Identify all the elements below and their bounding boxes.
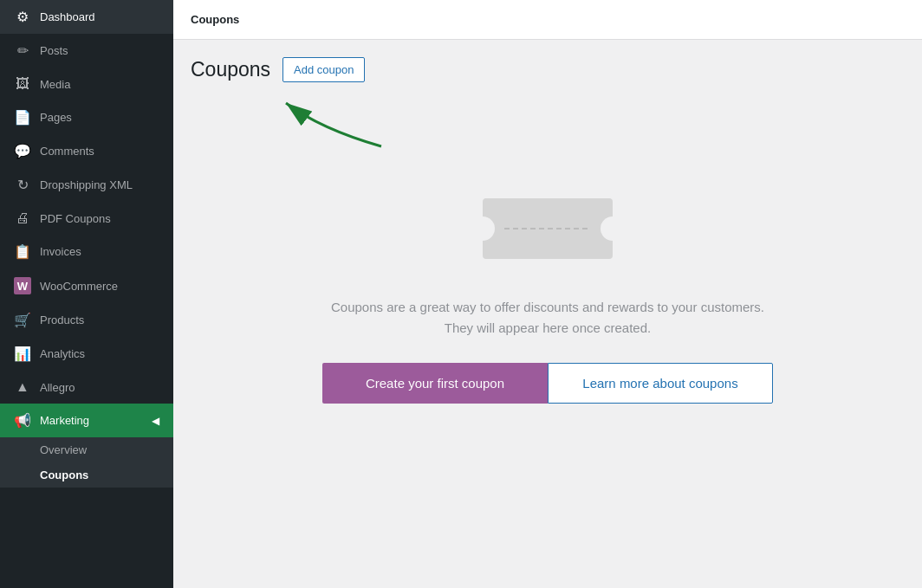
pages-icon: 📄 — [14, 109, 31, 126]
sidebar: ⚙ Dashboard ✏ Posts 🖼 Media 📄 Pages 💬 Co… — [0, 0, 173, 588]
sidebar-item-allegro[interactable]: ▲ Allegro — [0, 371, 173, 404]
sidebar-item-label: Marketing — [40, 414, 89, 427]
posts-icon: ✏ — [14, 42, 31, 59]
page-header: Coupons Add coupon — [191, 57, 905, 82]
topbar-title: Coupons — [191, 13, 239, 26]
learn-more-button[interactable]: Learn more about coupons — [548, 363, 773, 404]
sidebar-item-label: Posts — [40, 44, 68, 57]
sidebar-item-label: Products — [40, 313, 84, 326]
sidebar-item-label: Media — [40, 78, 70, 91]
topbar: Coupons — [173, 0, 922, 40]
pdf-icon: 🖨 — [14, 210, 31, 226]
create-first-coupon-button[interactable]: Create your first coupon — [322, 363, 548, 404]
sidebar-item-posts[interactable]: ✏ Posts — [0, 34, 173, 68]
sidebar-item-label: Dropshipping XML — [40, 178, 133, 191]
page-title: Coupons — [191, 58, 270, 81]
sidebar-item-label: Allegro — [40, 381, 75, 394]
sidebar-item-pages[interactable]: 📄 Pages — [0, 100, 173, 134]
dashboard-icon: ⚙ — [14, 9, 31, 25]
sidebar-item-label: Analytics — [40, 347, 85, 360]
analytics-icon: 📊 — [14, 346, 31, 362]
media-icon: 🖼 — [14, 76, 31, 92]
sidebar-item-dashboard[interactable]: ⚙ Dashboard — [0, 0, 173, 34]
sidebar-item-invoices[interactable]: 📋 Invoices — [0, 235, 173, 268]
woo-icon: W — [14, 277, 31, 294]
submenu-coupons[interactable]: Coupons — [0, 462, 173, 488]
sidebar-item-label: PDF Coupons — [40, 212, 111, 225]
sidebar-item-label: Invoices — [40, 245, 81, 258]
sidebar-item-marketing[interactable]: 📢 Marketing ◀ — [0, 404, 173, 437]
sidebar-item-woocommerce[interactable]: W WooCommerce — [0, 268, 173, 303]
submenu-overview[interactable]: Overview — [0, 437, 173, 462]
comments-icon: 💬 — [14, 143, 31, 159]
main-content: Coupons Coupons Add coupon — [173, 0, 922, 588]
invoices-icon: 📋 — [14, 243, 31, 260]
sidebar-item-products[interactable]: 🛒 Products — [0, 303, 173, 337]
dropshipping-icon: ↻ — [14, 177, 31, 193]
sidebar-item-label: Dashboard — [40, 10, 95, 23]
arrow-annotation — [243, 94, 905, 146]
add-coupon-button[interactable]: Add coupon — [282, 57, 365, 82]
sidebar-item-label: Pages — [40, 111, 72, 124]
sidebar-item-label: WooCommerce — [40, 280, 118, 293]
sidebar-item-dropshipping[interactable]: ↻ Dropshipping XML — [0, 168, 173, 202]
arrow-icon — [243, 94, 416, 155]
content-area: Coupons Add coupon — [173, 40, 922, 588]
submenu-coupons-label: Coupons — [40, 468, 88, 481]
sidebar-item-pdf-coupons[interactable]: 🖨 PDF Coupons — [0, 202, 173, 235]
products-icon: 🛒 — [14, 312, 31, 328]
empty-description: Coupons are a great way to offer discoun… — [322, 297, 773, 339]
marketing-submenu: Overview Coupons — [0, 437, 173, 488]
sidebar-item-analytics[interactable]: 📊 Analytics — [0, 337, 173, 371]
allegro-icon: ▲ — [14, 379, 31, 395]
marketing-icon: 📢 — [14, 412, 31, 429]
action-buttons: Create your first coupon Learn more abou… — [322, 363, 773, 404]
coupon-empty-icon — [478, 181, 617, 276]
sidebar-item-media[interactable]: 🖼 Media — [0, 68, 173, 100]
sidebar-item-comments[interactable]: 💬 Comments — [0, 134, 173, 168]
sidebar-item-label: Comments — [40, 145, 94, 158]
collapse-icon: ◀ — [152, 415, 159, 427]
submenu-overview-label: Overview — [40, 443, 87, 456]
empty-state: Coupons are a great way to offer discoun… — [191, 146, 905, 438]
